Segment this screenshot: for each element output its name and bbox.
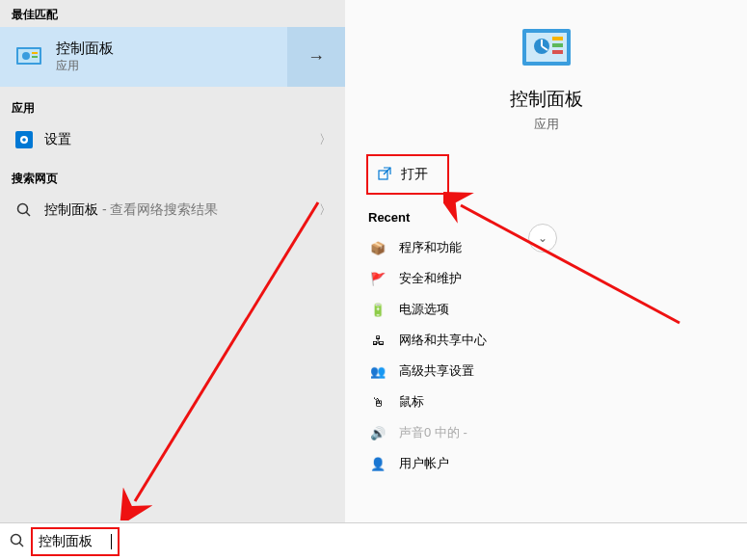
open-button[interactable]: 打开 [366, 154, 449, 195]
chevron-right-icon: 〉 [319, 131, 332, 148]
sound-icon: 🔊 [368, 425, 387, 440]
apps-header: 应用 [0, 87, 345, 120]
web-search-row[interactable]: 控制面板 - 查看网络搜索结果 〉 [0, 191, 345, 229]
svg-point-7 [22, 138, 26, 142]
settings-row[interactable]: 设置 〉 [0, 120, 345, 159]
svg-line-9 [26, 212, 30, 216]
programs-icon: 📦 [368, 240, 387, 255]
control-panel-icon [12, 40, 46, 74]
svg-line-18 [19, 543, 23, 547]
svg-rect-4 [32, 56, 38, 58]
expand-arrow-button[interactable]: → [287, 27, 345, 87]
web-header: 搜索网页 [0, 159, 345, 191]
sharing-icon: 👥 [368, 363, 387, 379]
power-icon: 🔋 [368, 302, 387, 317]
settings-label: 设置 [44, 131, 319, 148]
expand-circle-button[interactable]: ⌄ [528, 224, 557, 253]
recent-item-network[interactable]: 🖧网络和共享中心 [345, 325, 747, 356]
best-match-subtitle: 应用 [56, 58, 287, 74]
users-icon: 👤 [368, 456, 387, 471]
recent-item-power[interactable]: 🔋电源选项 [345, 294, 747, 325]
control-panel-hero-icon [520, 27, 573, 73]
network-icon: 🖧 [368, 333, 387, 348]
chevron-down-icon: ⌄ [538, 231, 547, 245]
best-match-header: 最佳匹配 [0, 0, 345, 27]
search-icon [13, 202, 35, 218]
hero-subtitle: 应用 [345, 116, 747, 133]
recent-item-sharing[interactable]: 👥高级共享设置 [345, 356, 747, 387]
flag-icon: 🚩 [368, 271, 387, 286]
svg-rect-3 [32, 52, 38, 54]
svg-point-2 [22, 52, 30, 60]
best-match-title: 控制面板 [56, 40, 287, 58]
search-input-highlight [31, 527, 120, 556]
svg-rect-13 [552, 37, 563, 40]
open-link-icon [378, 167, 391, 183]
web-search-text: 控制面板 - 查看网络搜索结果 [44, 201, 319, 219]
gear-icon [13, 131, 35, 148]
recent-item-users[interactable]: 👤用户帐户 [345, 448, 747, 479]
svg-rect-14 [552, 43, 563, 47]
mouse-icon: 🖱 [368, 394, 387, 410]
best-match-item[interactable]: 控制面板 应用 → [0, 27, 345, 87]
svg-rect-15 [552, 50, 563, 54]
chevron-right-icon: 〉 [319, 201, 332, 219]
recent-item-mouse[interactable]: 🖱鼠标 [345, 387, 747, 417]
recent-item-sound[interactable]: 🔊声音0 中的 - [345, 417, 747, 448]
search-input[interactable] [39, 534, 111, 549]
search-bar-icon [8, 533, 27, 551]
recent-item-security[interactable]: 🚩安全和维护 [345, 263, 747, 294]
open-label: 打开 [401, 166, 428, 183]
hero-title: 控制面板 [345, 87, 747, 112]
